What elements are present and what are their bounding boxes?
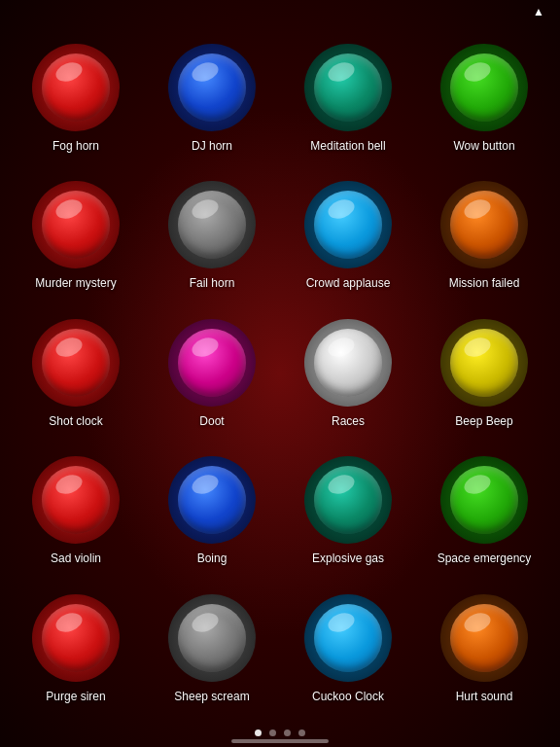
- label-sad-violin: Sad violin: [51, 551, 101, 565]
- wifi-icon: ▲: [533, 5, 544, 18]
- label-space-emergency: Space emergency: [438, 551, 532, 565]
- label-fog-horn: Fog horn: [52, 139, 99, 153]
- button-cuckoo-clock[interactable]: [304, 594, 392, 682]
- cell-fog-horn: Fog horn: [8, 29, 144, 167]
- button-sheep-scream[interactable]: [168, 594, 256, 682]
- label-dj-horn: DJ horn: [192, 139, 232, 153]
- button-beep-beep[interactable]: [440, 319, 528, 407]
- cell-murder-mystery: Murder mystery: [8, 167, 144, 305]
- label-hurt-sound: Hurt sound: [456, 690, 513, 703]
- cell-explosive-gas: Explosive gas: [280, 443, 416, 581]
- status-time: [12, 5, 18, 18]
- label-murder-mystery: Murder mystery: [35, 276, 116, 290]
- cell-meditation-bell: Meditation bell: [280, 29, 416, 167]
- label-crowd-applause: Crowd applause: [306, 276, 391, 290]
- button-doot[interactable]: [168, 319, 256, 407]
- cell-purge-siren: Purge siren: [8, 580, 144, 718]
- cell-space-emergency: Space emergency: [416, 443, 552, 581]
- label-beep-beep: Beep Beep: [455, 414, 512, 428]
- button-fog-horn[interactable]: [32, 44, 120, 131]
- cell-boing: Boing: [144, 443, 280, 581]
- page-dot-1[interactable]: [269, 729, 276, 736]
- label-purge-siren: Purge siren: [46, 690, 105, 703]
- button-fail-horn[interactable]: [168, 181, 256, 268]
- page-dot-3[interactable]: [298, 729, 305, 736]
- button-hurt-sound[interactable]: [440, 594, 528, 682]
- cell-fail-horn: Fail horn: [144, 167, 280, 305]
- label-boing: Boing: [197, 551, 228, 565]
- button-meditation-bell[interactable]: [304, 44, 392, 131]
- cell-mission-failed: Mission failed: [416, 167, 552, 305]
- cell-sad-violin: Sad violin: [8, 443, 144, 581]
- cell-sheep-scream: Sheep scream: [144, 580, 280, 718]
- button-sad-violin[interactable]: [32, 456, 120, 544]
- cell-doot: Doot: [144, 304, 280, 443]
- cell-cuckoo-clock: Cuckoo Clock: [280, 580, 416, 718]
- sound-button-grid: Fog hornDJ hornMeditation bellWow button…: [0, 21, 560, 718]
- cell-hurt-sound: Hurt sound: [416, 580, 552, 718]
- cell-wow-button: Wow button: [416, 29, 552, 167]
- cell-shot-clock: Shot clock: [8, 304, 144, 443]
- button-races[interactable]: [304, 319, 392, 407]
- status-bar: ▲: [0, 0, 560, 21]
- button-boing[interactable]: [168, 456, 256, 544]
- cell-beep-beep: Beep Beep: [416, 304, 552, 443]
- button-explosive-gas[interactable]: [304, 456, 392, 544]
- label-races: Races: [332, 414, 365, 428]
- button-purge-siren[interactable]: [32, 594, 120, 682]
- button-wow-button[interactable]: [440, 44, 528, 131]
- button-mission-failed[interactable]: [440, 181, 528, 268]
- button-crowd-applause[interactable]: [304, 181, 392, 268]
- label-doot: Doot: [199, 414, 224, 428]
- label-sheep-scream: Sheep scream: [174, 690, 249, 703]
- label-mission-failed: Mission failed: [449, 276, 520, 290]
- page-dot-2[interactable]: [284, 729, 291, 736]
- cell-races: Races: [280, 304, 416, 443]
- label-cuckoo-clock: Cuckoo Clock: [312, 690, 384, 703]
- cell-dj-horn: DJ horn: [144, 29, 280, 167]
- button-space-emergency[interactable]: [440, 456, 528, 544]
- label-fail-horn: Fail horn: [190, 276, 235, 290]
- cell-crowd-applause: Crowd applause: [280, 167, 416, 305]
- label-wow-button: Wow button: [453, 139, 514, 153]
- page-dot-0[interactable]: [255, 729, 262, 736]
- home-indicator: [231, 739, 329, 743]
- button-dj-horn[interactable]: [168, 44, 256, 131]
- label-meditation-bell: Meditation bell: [310, 139, 385, 153]
- button-shot-clock[interactable]: [32, 319, 120, 407]
- label-explosive-gas: Explosive gas: [312, 551, 384, 565]
- status-right: ▲: [533, 5, 548, 18]
- label-shot-clock: Shot clock: [49, 414, 102, 428]
- button-murder-mystery[interactable]: [32, 181, 120, 268]
